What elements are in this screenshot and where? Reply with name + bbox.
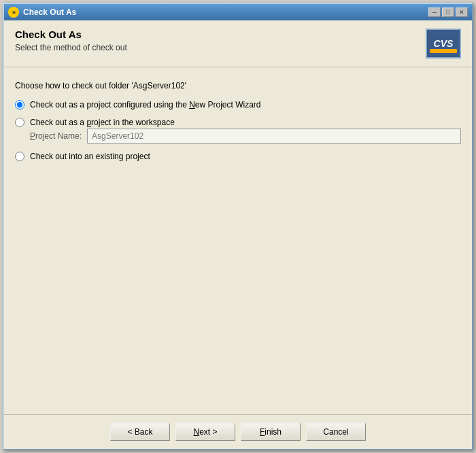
header-section: Check Out As Select the method of check … xyxy=(4,20,472,67)
radio-item-new-project[interactable]: Check out as a project configured using … xyxy=(15,100,461,110)
dialog-content: Check Out As Select the method of check … xyxy=(4,20,472,449)
title-bar-controls: ─ □ ✕ xyxy=(428,7,468,17)
close-button[interactable]: ✕ xyxy=(456,7,468,17)
cvs-logo-bar xyxy=(430,49,457,53)
radio-item-workspace[interactable]: Check out as a project in the workspace xyxy=(15,118,461,127)
dialog-window: ☀ Check Out As ─ □ ✕ Check Out As Select… xyxy=(3,3,473,450)
radio-new-project[interactable] xyxy=(15,100,24,110)
next-button[interactable]: Next > xyxy=(175,423,235,441)
project-name-label: Project Name: xyxy=(30,131,82,141)
radio-existing-label: Check out into an existing project xyxy=(30,152,150,161)
radio-workspace[interactable] xyxy=(15,118,24,127)
radio-new-project-label: Check out as a project configured using … xyxy=(30,100,261,110)
header-text: Check Out As Select the method of check … xyxy=(15,29,426,52)
radio-existing[interactable] xyxy=(15,152,24,161)
cancel-button[interactable]: Cancel xyxy=(306,423,366,441)
radio-workspace-label: Check out as a project in the workspace xyxy=(30,118,175,127)
title-bar: ☀ Check Out As ─ □ ✕ xyxy=(4,4,472,20)
header-subtitle: Select the method of check out xyxy=(15,43,426,52)
window-icon: ☀ xyxy=(8,7,19,18)
finish-button[interactable]: Finish xyxy=(241,423,301,441)
radio-workspace-group: Check out as a project in the workspace … xyxy=(15,118,461,144)
maximize-button[interactable]: □ xyxy=(442,7,454,17)
title-bar-left: ☀ Check Out As xyxy=(8,7,76,18)
back-button[interactable]: < Back xyxy=(110,423,170,441)
header-title: Check Out As xyxy=(15,29,426,40)
choose-label: Choose how to check out folder 'AsgServe… xyxy=(15,81,461,90)
radio-item-existing[interactable]: Check out into an existing project xyxy=(15,152,461,161)
cvs-logo: CVS xyxy=(426,29,461,58)
cvs-logo-text: CVS xyxy=(434,38,454,49)
project-name-input[interactable] xyxy=(87,129,461,144)
minimize-button[interactable]: ─ xyxy=(428,7,441,17)
window-title: Check Out As xyxy=(23,7,76,17)
radio-group: Check out as a project configured using … xyxy=(15,100,461,161)
project-name-row: Project Name: xyxy=(30,129,461,144)
footer: < Back Next > Finish Cancel xyxy=(4,414,472,449)
body-section: Choose how to check out folder 'AsgServe… xyxy=(4,67,472,414)
